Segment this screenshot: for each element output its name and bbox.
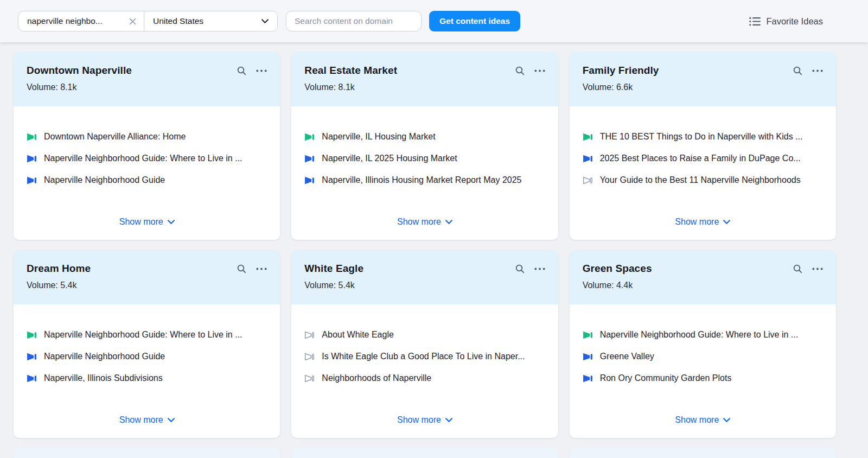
content-idea-item[interactable]: Naperville, IL 2025 Housing Market (304, 153, 545, 164)
chevron-down-icon (445, 220, 452, 224)
get-content-ideas-button[interactable]: Get content ideas (429, 11, 520, 31)
megaphone-blue-icon (583, 154, 593, 163)
chevron-down-icon (723, 220, 730, 224)
show-more-button[interactable]: Show more (397, 217, 452, 227)
megaphone-green-icon (27, 132, 37, 142)
topic-card-header: White Eagle Volume: 5.4k (291, 250, 558, 304)
topic-card-title: Green Spaces (583, 263, 652, 275)
search-icon[interactable] (237, 66, 247, 76)
megaphone-gray-icon (304, 352, 315, 361)
topic-card: Family Friendly Volume: 6.6k THE 10 BEST… (570, 52, 836, 240)
more-options-icon[interactable] (256, 69, 267, 72)
content-idea-title[interactable]: Naperville Neighborhood Guide (44, 352, 165, 361)
content-idea-title[interactable]: THE 10 BEST Things to Do in Naperville w… (600, 132, 803, 142)
topic-card-partial (291, 448, 558, 458)
content-idea-title[interactable]: Downtown Naperville Alliance: Home (44, 132, 186, 142)
topic-card-header: Dream Home Volume: 5.4k (14, 250, 280, 304)
topic-card-header: Green Spaces Volume: 4.4k (570, 250, 836, 304)
clear-keyword-icon[interactable] (128, 17, 137, 26)
topic-card: Green Spaces Volume: 4.4k Naperville Nei… (570, 250, 836, 438)
content-idea-item[interactable]: Naperville Neighborhood Guide (27, 175, 267, 186)
content-idea-item[interactable]: Is White Eagle Club a Good Place To Live… (304, 351, 545, 362)
content-idea-title[interactable]: Your Guide to the Best 11 Naperville Nei… (600, 175, 801, 185)
content-idea-item[interactable]: Naperville, Illinois Housing Market Repo… (304, 175, 545, 186)
megaphone-blue-icon (27, 352, 37, 361)
topic-card-partial (14, 448, 280, 458)
chevron-down-icon (445, 418, 452, 422)
content-idea-item[interactable]: Naperville Neighborhood Guide: Where to … (27, 329, 267, 340)
topic-volume: Volume: 6.6k (583, 82, 823, 92)
chevron-down-icon (168, 418, 175, 422)
megaphone-blue-icon (27, 374, 37, 383)
content-idea-item[interactable]: Naperville, IL Housing Market (304, 131, 545, 142)
more-options-icon[interactable] (256, 268, 267, 270)
topic-card-title: White Eagle (304, 263, 363, 275)
topic-volume: Volume: 8.1k (304, 82, 545, 92)
content-idea-title[interactable]: Ron Ory Community Garden Plots (600, 373, 732, 383)
domain-search-input[interactable] (286, 11, 422, 31)
megaphone-blue-icon (304, 176, 315, 185)
megaphone-gray-icon (304, 374, 315, 383)
content-idea-item[interactable]: Greene Valley (583, 351, 823, 362)
show-more-label: Show more (397, 415, 441, 425)
content-idea-list: THE 10 BEST Things to Do in Naperville w… (583, 131, 823, 196)
show-more-button[interactable]: Show more (675, 217, 730, 227)
show-more-button[interactable]: Show more (119, 415, 175, 425)
megaphone-green-icon (27, 330, 37, 340)
content-idea-list: Naperville, IL Housing MarketNaperville,… (304, 131, 545, 196)
topic-card: Downtown Naperville Volume: 8.1k Downtow… (14, 52, 280, 240)
content-idea-item[interactable]: THE 10 BEST Things to Do in Naperville w… (583, 131, 823, 142)
search-icon[interactable] (515, 264, 525, 274)
content-idea-title[interactable]: Naperville, Illinois Housing Market Repo… (322, 175, 521, 185)
more-options-icon[interactable] (534, 69, 545, 72)
content-idea-title[interactable]: Naperville Neighborhood Guide: Where to … (44, 330, 242, 340)
content-idea-item[interactable]: Naperville Neighborhood Guide (27, 351, 267, 362)
content-idea-title[interactable]: Is White Eagle Club a Good Place To Live… (322, 352, 525, 361)
topic-card-header: Downtown Naperville Volume: 8.1k (14, 52, 280, 106)
megaphone-blue-icon (27, 176, 37, 185)
content-idea-title[interactable]: Naperville Neighborhood Guide: Where to … (44, 154, 242, 163)
megaphone-blue-icon (583, 352, 593, 361)
topic-card-header: Family Friendly Volume: 6.6k (570, 52, 836, 106)
content-idea-item[interactable]: Naperville, Illinois Subdivisions (27, 373, 267, 384)
topic-card-title: Family Friendly (583, 65, 659, 77)
content-idea-item[interactable]: Naperville Neighborhood Guide: Where to … (27, 153, 267, 164)
search-icon[interactable] (793, 66, 803, 76)
content-idea-title[interactable]: Greene Valley (600, 352, 654, 361)
country-select[interactable]: United States (144, 11, 277, 31)
content-idea-item[interactable]: Downtown Naperville Alliance: Home (27, 131, 267, 142)
show-more-label: Show more (119, 217, 163, 227)
megaphone-blue-icon (583, 374, 593, 383)
content-idea-title[interactable]: Naperville Neighborhood Guide (44, 175, 165, 185)
content-idea-title[interactable]: Neighborhoods of Naperville (322, 373, 431, 383)
more-options-icon[interactable] (534, 268, 545, 270)
keyword-input[interactable] (26, 16, 128, 27)
content-idea-item[interactable]: Ron Ory Community Garden Plots (583, 373, 823, 384)
topic-card-partial (570, 448, 836, 458)
topic-card-body: Naperville Neighborhood Guide: Where to … (14, 304, 280, 438)
search-icon[interactable] (237, 264, 247, 274)
show-more-label: Show more (119, 415, 163, 425)
show-more-button[interactable]: Show more (397, 415, 452, 425)
topic-card-title: Dream Home (27, 263, 91, 275)
content-idea-item[interactable]: Your Guide to the Best 11 Naperville Nei… (583, 175, 823, 186)
favorite-ideas-button[interactable]: Favorite Ideas (749, 16, 823, 27)
content-idea-title[interactable]: 2025 Best Places to Raise a Family in Du… (600, 154, 801, 163)
topic-card-header: Real Estate Market Volume: 8.1k (291, 52, 558, 106)
show-more-button[interactable]: Show more (119, 217, 175, 227)
content-idea-title[interactable]: Naperville, IL 2025 Housing Market (322, 154, 457, 163)
content-idea-title[interactable]: Naperville, Illinois Subdivisions (44, 373, 163, 383)
search-icon[interactable] (793, 264, 803, 274)
content-idea-item[interactable]: 2025 Best Places to Raise a Family in Du… (583, 153, 823, 164)
content-idea-title[interactable]: About White Eagle (322, 330, 394, 340)
more-options-icon[interactable] (812, 268, 823, 270)
content-idea-item[interactable]: Neighborhoods of Naperville (304, 373, 545, 384)
content-idea-title[interactable]: Naperville Neighborhood Guide: Where to … (600, 330, 799, 340)
content-idea-item[interactable]: Naperville Neighborhood Guide: Where to … (583, 329, 823, 340)
show-more-button[interactable]: Show more (675, 415, 730, 425)
content-idea-item[interactable]: About White Eagle (304, 329, 545, 340)
content-idea-title[interactable]: Naperville, IL Housing Market (322, 132, 435, 142)
country-select-value: United States (153, 16, 203, 26)
search-icon[interactable] (515, 66, 525, 76)
more-options-icon[interactable] (812, 69, 823, 72)
